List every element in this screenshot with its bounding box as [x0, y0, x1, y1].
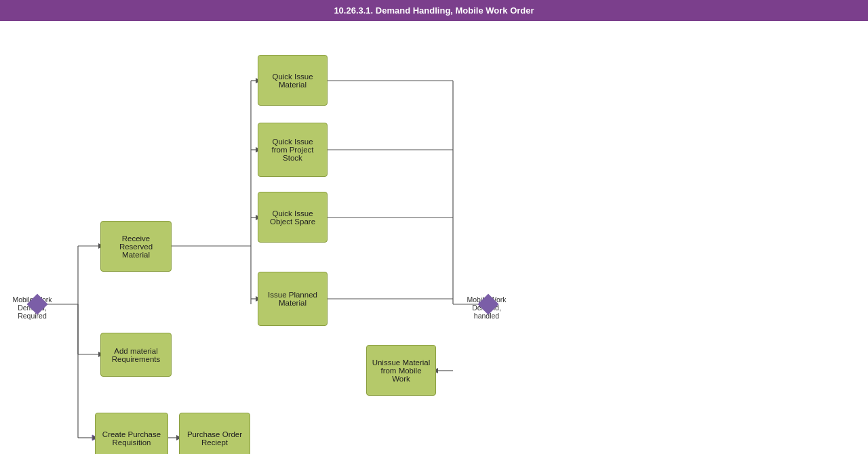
unissue-material[interactable]: Unissue Material from Mobile Work	[366, 345, 436, 396]
issue-planned-material[interactable]: Issue Planned Material	[258, 272, 328, 326]
create-purchase-requisition[interactable]: Create Purchase Requisition	[95, 413, 168, 454]
title-text: 10.26.3.1. Demand Handling, Mobile Work …	[334, 5, 534, 16]
purchase-order-receipt[interactable]: Purchase Order Reciept	[179, 413, 250, 454]
quick-issue-material[interactable]: Quick Issue Material	[258, 55, 328, 106]
quick-issue-project-stock[interactable]: Quick Issue from Project Stock	[258, 123, 328, 177]
add-material-requirements[interactable]: Add material Requirements	[100, 333, 172, 377]
diagram-area: Mobile Work Demand, Required Receive Res…	[0, 21, 868, 454]
receive-reserved-material[interactable]: Receive Reserved Material	[100, 221, 172, 272]
title-bar: 10.26.3.1. Demand Handling, Mobile Work …	[0, 0, 868, 21]
quick-issue-object-spare[interactable]: Quick Issue Object Spare	[258, 192, 328, 243]
